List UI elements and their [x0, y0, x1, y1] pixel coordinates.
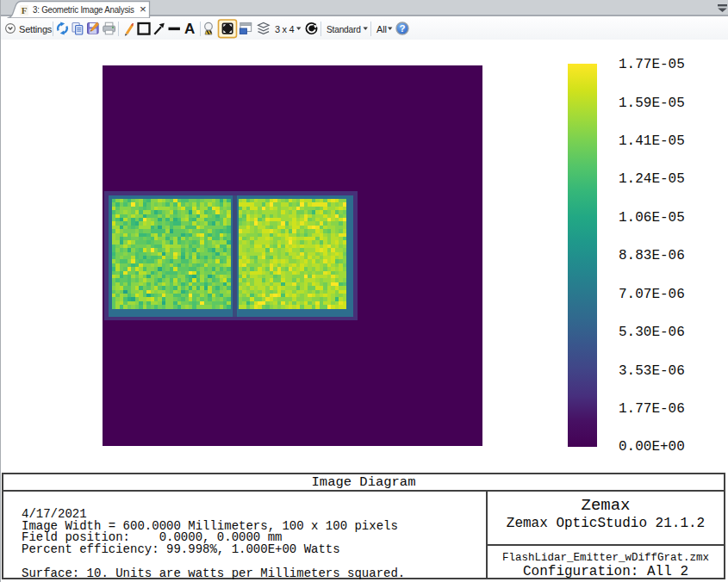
svg-text:?: ?: [399, 23, 405, 34]
